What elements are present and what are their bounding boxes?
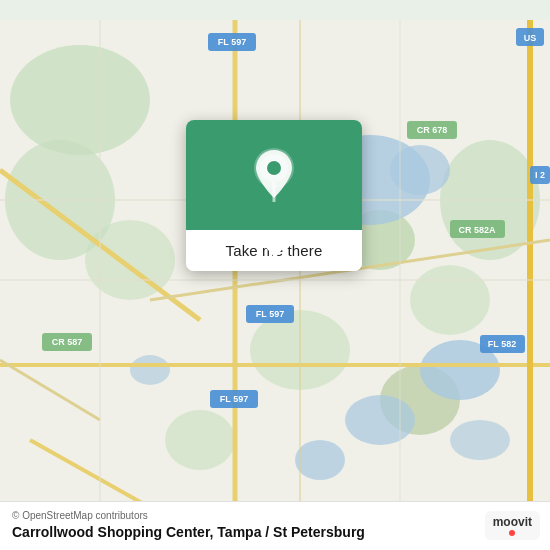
- svg-point-15: [450, 420, 510, 460]
- map-container: FL 597 US CR 678 I 2 CR 582A CR 587 FL 5…: [0, 0, 550, 550]
- moovit-text: moovit: [493, 515, 532, 529]
- svg-text:CR 587: CR 587: [52, 337, 83, 347]
- svg-point-56: [267, 161, 281, 175]
- svg-text:US: US: [524, 33, 537, 43]
- location-pin-icon: [252, 148, 296, 202]
- popup-header: [186, 120, 362, 230]
- svg-point-5: [410, 265, 490, 335]
- svg-point-9: [165, 410, 235, 470]
- map-background: FL 597 US CR 678 I 2 CR 582A CR 587 FL 5…: [0, 0, 550, 550]
- bottom-bar: © OpenStreetMap contributors Carrollwood…: [0, 501, 550, 550]
- svg-text:FL 597: FL 597: [256, 309, 284, 319]
- copyright-text: © OpenStreetMap contributors: [12, 510, 538, 521]
- svg-point-13: [345, 395, 415, 445]
- popup-arrow: [263, 244, 287, 258]
- location-name: Carrollwood Shopping Center, Tampa / St …: [12, 524, 538, 540]
- svg-point-1: [10, 45, 150, 155]
- moovit-logo: moovit: [485, 511, 540, 540]
- svg-point-16: [130, 355, 170, 385]
- svg-text:FL 597: FL 597: [218, 37, 246, 47]
- svg-point-14: [295, 440, 345, 480]
- svg-text:FL 582: FL 582: [488, 339, 516, 349]
- svg-text:CR 678: CR 678: [417, 125, 448, 135]
- svg-text:FL 597: FL 597: [220, 394, 248, 404]
- svg-text:CR 582A: CR 582A: [458, 225, 496, 235]
- moovit-dot: [509, 530, 515, 536]
- svg-text:I 2: I 2: [535, 170, 545, 180]
